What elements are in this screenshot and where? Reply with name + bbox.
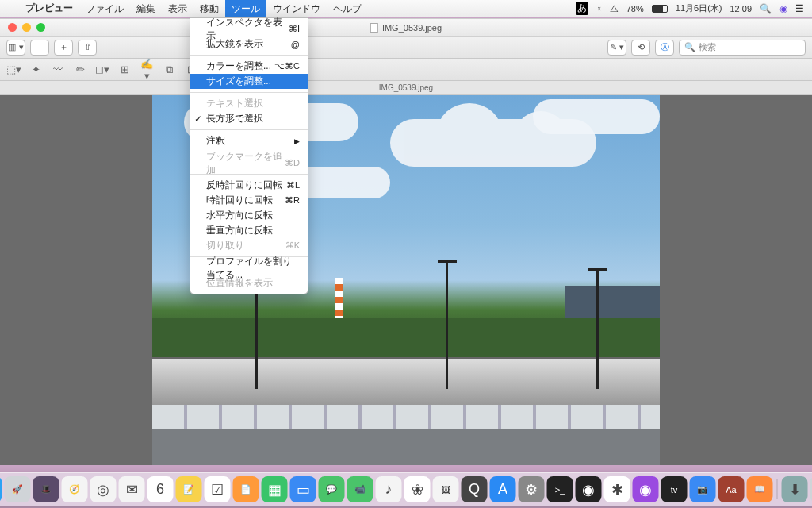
dock-app-numbers[interactable]: ▦: [262, 476, 288, 502]
menubar-time[interactable]: 12 09: [730, 4, 752, 13]
menu-item-ブックマークを追加: ブックマークを追加⌘D: [190, 156, 308, 171]
preview-window: IMG_0539.jpeg ▥ ▾ − ＋ ⇧ ✎ ▾ ⟲ Ⓐ 🔍 検索 ⬚▾ …: [0, 18, 812, 465]
input-method-icon[interactable]: あ: [576, 2, 588, 15]
dock-app-messages[interactable]: 💬: [319, 476, 345, 502]
dock-app-notes[interactable]: 📝: [176, 476, 202, 502]
menu-go[interactable]: 移動: [193, 0, 225, 17]
zoom-out-button[interactable]: −: [30, 40, 49, 56]
search-icon: 🔍: [684, 42, 695, 52]
dock-app-preview[interactable]: 🖼: [433, 476, 459, 502]
dock-app-terminal[interactable]: >_: [547, 476, 573, 502]
notification-center-icon[interactable]: ☰: [795, 3, 804, 14]
highlight-button[interactable]: ✎ ▾: [607, 40, 626, 56]
menu-item-プロファイルを割り当てる...[interactable]: プロファイルを割り当てる...: [190, 260, 308, 275]
menu-view[interactable]: 表示: [162, 0, 193, 17]
tools-dropdown: インスペクタを表示⌘I拡大鏡を表示@カラーを調整...⌥⌘Cサイズを調整...テ…: [190, 17, 308, 294]
dock-app-podcasts[interactable]: ◉: [633, 476, 659, 502]
window-title: IMG_0539.jpeg: [370, 23, 442, 33]
menu-tools[interactable]: ツール: [225, 0, 266, 17]
menu-item-垂直方向に反転[interactable]: 垂直方向に反転: [190, 223, 308, 238]
rotate-button[interactable]: ⟲: [631, 40, 650, 56]
dock-app-zoom[interactable]: 📷: [690, 476, 716, 502]
menu-window[interactable]: ウインドウ: [266, 0, 327, 17]
dock-app-launchpad[interactable]: 🚀: [5, 476, 31, 502]
menu-item-反時計回りに回転[interactable]: 反時計回りに回転⌘L: [190, 178, 308, 193]
titlebar: IMG_0539.jpeg: [0, 19, 812, 37]
dock-app-dictionary[interactable]: Aa: [718, 476, 745, 502]
minimize-button[interactable]: [22, 23, 31, 32]
dock-app-siri[interactable]: ◉: [576, 476, 602, 502]
menu-item-カラーを調整...[interactable]: カラーを調整...⌥⌘C: [190, 59, 308, 74]
search-input[interactable]: 🔍 検索: [679, 40, 806, 56]
document-title: IMG_0539.jpeg: [0, 81, 812, 95]
menu-item-拡大鏡を表示[interactable]: 拡大鏡を表示@: [190, 37, 308, 52]
dock-app-alfred[interactable]: 🎩: [33, 476, 59, 502]
battery-icon: [652, 5, 668, 13]
menu-item-注釈[interactable]: 注釈▶: [190, 133, 308, 148]
dock-app-calendar[interactable]: 6: [147, 476, 174, 502]
wifi-icon[interactable]: ⧋: [610, 3, 619, 14]
draw-tool[interactable]: ✏: [73, 64, 87, 75]
file-icon: [370, 23, 378, 33]
menu-help[interactable]: ヘルプ: [327, 0, 368, 17]
menu-item-長方形で選択[interactable]: ✓長方形で選択: [190, 111, 308, 126]
dock-app-appletv[interactable]: tv: [661, 476, 688, 502]
dock: ☻🚀🎩🧭◎✉6📝☑📄▦▭💬📹♪❀🖼QA⚙>_◉✱◉tv📷Aa📖⬇🗑: [0, 472, 812, 506]
share-button[interactable]: ⇧: [78, 40, 97, 56]
menu-item-水平方向に反転[interactable]: 水平方向に反転: [190, 208, 308, 223]
menu-item-時計回りに回転[interactable]: 時計回りに回転⌘R: [190, 193, 308, 208]
dock-app-reminders[interactable]: ☑: [205, 476, 231, 502]
dock-app-keynote[interactable]: ▭: [290, 476, 316, 502]
menu-item-切り取り: 切り取り⌘K: [190, 238, 308, 253]
dock-app-photos[interactable]: ❀: [404, 476, 431, 502]
adjust-color-tool[interactable]: ⧉: [162, 64, 176, 76]
menu-edit[interactable]: 編集: [130, 0, 162, 17]
toolbar: ▥ ▾ − ＋ ⇧ ✎ ▾ ⟲ Ⓐ 🔍 検索: [0, 37, 812, 59]
canvas-area[interactable]: [0, 95, 812, 465]
menu-file[interactable]: ファイル: [79, 0, 130, 17]
menu-item-サイズを調整...[interactable]: サイズを調整...: [190, 74, 308, 89]
selection-tool[interactable]: ⬚▾: [6, 64, 21, 75]
zoom-button[interactable]: [36, 23, 45, 32]
menubar: プレビュー ファイル 編集 表示 移動 ツール ウインドウ ヘルプ あ ᚼ ⧋ …: [0, 0, 812, 17]
shapes-tool[interactable]: ◻▾: [95, 64, 109, 75]
menu-item-位置情報を表示: 位置情報を表示: [190, 275, 308, 291]
dock-app-quicktime[interactable]: Q: [462, 476, 488, 502]
menubar-date[interactable]: 11月6日(水): [676, 2, 722, 14]
siri-icon[interactable]: ◉: [779, 3, 787, 14]
dock-app-chrome[interactable]: ◎: [90, 476, 117, 502]
app-name[interactable]: プレビュー: [19, 2, 79, 15]
dock-app-appstore[interactable]: A: [490, 476, 516, 502]
menu-item-テキスト選択: テキスト選択: [190, 96, 308, 111]
dock-app-mail[interactable]: ✉: [119, 476, 145, 502]
dock-app-itunes[interactable]: ♪: [376, 476, 402, 502]
dock-app-systemprefs[interactable]: ⚙: [519, 476, 545, 502]
dock-app-facetime[interactable]: 📹: [347, 476, 373, 502]
markup-toolbar: ⬚▾ ✦ 〰 ✏ ◻▾ ⊞ ✍▾ ⧉ ⊡: [0, 59, 812, 81]
dock-app-safari[interactable]: 🧭: [62, 476, 88, 502]
dock-app-slack[interactable]: ✱: [604, 476, 630, 502]
dock-app-books[interactable]: 📖: [747, 476, 773, 502]
dock-downloads[interactable]: ⬇: [782, 476, 808, 502]
text-tool[interactable]: ⊞: [117, 64, 132, 75]
bluetooth-icon[interactable]: ᚼ: [596, 3, 602, 14]
battery-percent[interactable]: 78%: [626, 4, 644, 13]
menu-item-インスペクタを表示[interactable]: インスペクタを表示⌘I: [190, 21, 308, 37]
sign-tool[interactable]: ✍▾: [140, 58, 154, 82]
zoom-in-button[interactable]: ＋: [54, 40, 73, 56]
markup-button[interactable]: Ⓐ: [655, 40, 674, 56]
spotlight-icon[interactable]: 🔍: [760, 3, 772, 14]
close-button[interactable]: [8, 23, 17, 32]
sidebar-toggle-button[interactable]: ▥ ▾: [6, 40, 25, 56]
dock-app-finder[interactable]: ☻: [0, 476, 2, 502]
dock-app-pages[interactable]: 📄: [233, 476, 259, 502]
instant-alpha-tool[interactable]: ✦: [29, 64, 43, 75]
sketch-tool[interactable]: 〰: [51, 64, 65, 75]
